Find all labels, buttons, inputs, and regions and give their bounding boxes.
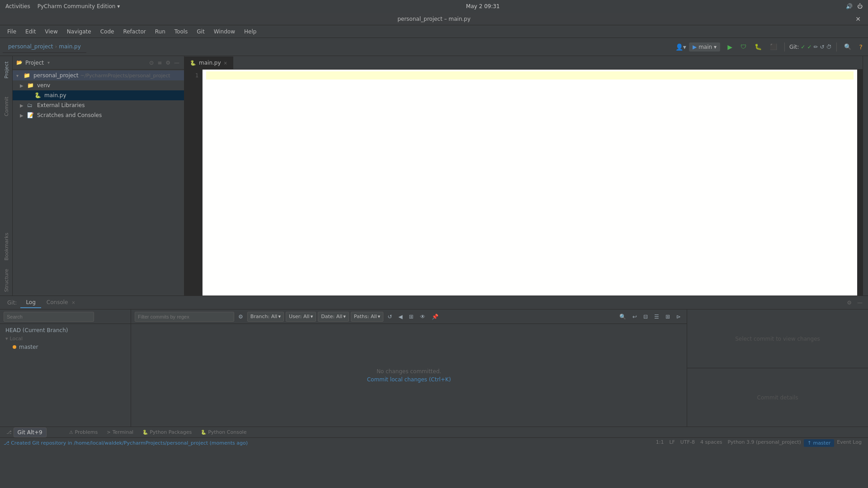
panel-minimize-btn[interactable]: — [855,299,864,307]
bottom-python-console-tab[interactable]: 🐍 Python Console [196,428,251,436]
panel-settings-btn[interactable]: ⚙ [845,299,854,307]
menu-file[interactable]: File [4,28,20,36]
tree-external-libs[interactable]: ▶ 🗂 External Libraries [13,100,184,110]
git-history-icon[interactable]: ⏱ [826,44,832,50]
volume-icon[interactable]: 🔊 [846,3,853,9]
git-branch-status[interactable]: ↑ master [804,439,835,447]
console-tab-close[interactable]: × [71,300,75,305]
menu-run[interactable]: Run [151,28,169,36]
project-dropdown-icon[interactable]: ▾ [47,60,50,65]
git-log-entries: No changes committed. Commit local chang… [131,324,687,427]
git-eye-btn[interactable]: 👁 [418,313,428,321]
git-filter-input[interactable] [135,312,234,322]
git-undo-icon[interactable]: ↩ [630,313,639,321]
extlibs-chevron-icon: ▶ [20,103,27,108]
commit-link[interactable]: Commit local changes (Ctrl+K) [367,376,451,383]
activities-label[interactable]: Activities [5,3,30,9]
sidebar-structure-button[interactable]: Structure [1,265,12,296]
encoding[interactable]: UTF-8 [678,439,698,447]
git-master-branch[interactable]: master [0,343,131,352]
tree-root[interactable]: ▾ 📁 personal_project ~/PycharmProjects/p… [13,70,184,80]
menu-git[interactable]: Git [193,28,208,36]
git-search-input[interactable] [4,312,94,322]
power-icon[interactable]: ⏻ [857,3,863,9]
git-paths-dropdown[interactable]: Paths: All ▾ [351,312,383,322]
git-console-tab[interactable]: Console × [41,297,81,308]
menu-navigate[interactable]: Navigate [63,28,95,36]
menu-view[interactable]: View [41,28,61,36]
git-refresh-btn[interactable]: ↺ [385,313,394,321]
tree-main-py[interactable]: 🐍 main.py [13,90,184,100]
git-refresh-icon[interactable]: ↺ [820,44,825,50]
run-button[interactable]: ▶ [725,42,735,52]
git-group-icon[interactable]: ⊞ [663,313,672,321]
git-left-toolbar [0,310,131,324]
git-search-log-icon[interactable]: 🔍 [617,313,628,321]
tree-scratches[interactable]: ▶ 📝 Scratches and Consoles [13,110,184,120]
toolbar-separator-2 [836,42,837,52]
python-interpreter[interactable]: Python 3.9 (personal_project) [725,439,803,447]
line-ending[interactable]: LF [666,439,677,447]
problems-icon: ⚠ [69,430,73,435]
status-bar-right: 1:1 LF UTF-8 4 spaces Python 3.9 (person… [653,439,864,447]
menu-edit[interactable]: Edit [22,28,39,36]
panel-close-icon[interactable]: — [173,59,180,67]
git-pin-btn[interactable]: 📌 [429,313,441,321]
git-commit-graph-icon[interactable]: ⊟ [641,313,650,321]
git-log-tab[interactable]: Log [20,297,41,308]
python-console-icon: 🐍 [201,430,206,435]
menu-help[interactable]: Help [241,28,260,36]
git-right-icons: 🔍 ↩ ⊟ ☰ ⊞ ⊳ [617,313,683,321]
stop-button[interactable]: ⬛ [767,42,780,52]
panel-header-icons: ⊙ ≡ ⚙ — [148,59,180,67]
git-user-dropdown[interactable]: User: All ▾ [286,312,316,322]
git-head-item[interactable]: HEAD (Current Branch) [0,326,131,335]
git-filter-settings-icon[interactable]: ⚙ [236,313,245,321]
commit-details-text: Commit details [757,394,798,401]
search-button[interactable]: 🔍 [841,42,854,52]
bottom-terminal-tab[interactable]: > Terminal [102,428,138,436]
menu-tools[interactable]: Tools [171,28,192,36]
tab-close-icon[interactable]: × [224,61,227,66]
panel-settings-icon[interactable]: ⚙ [165,59,171,67]
git-prev-btn[interactable]: ◀ [396,313,405,321]
tree-venv[interactable]: ▶ 📁 venv [13,80,184,90]
git-graph-btn[interactable]: ⊞ [406,313,415,321]
run-with-coverage-button[interactable]: 🛡 [738,42,749,52]
git-filter-icon[interactable]: ☰ [652,313,661,321]
bottom-python-packages-tab[interactable]: 🐍 Python Packages [138,428,196,436]
git-edit-icon[interactable]: ✏ [813,44,818,50]
git-date-dropdown[interactable]: Date: All ▾ [318,312,349,322]
breadcrumb-file[interactable]: main.py [59,43,81,50]
run-config-selector[interactable]: ▶ main ▾ [689,42,720,52]
terminal-label: Terminal [113,429,134,435]
branch-dropdown-label: Branch: All [250,314,278,319]
panel-collapse-icon[interactable]: ≡ [156,59,163,67]
debug-button[interactable]: 🐛 [752,42,764,52]
bottom-git-button[interactable]: ⎇ Git Alt+9 [2,427,51,438]
menu-refactor[interactable]: Refactor [119,28,149,36]
python-packages-label: Python Packages [150,429,192,435]
breadcrumb-project[interactable]: personal_project [8,43,53,50]
event-log-button[interactable]: Event Log [834,439,864,447]
sidebar-project-button[interactable]: Project [1,58,12,82]
close-button[interactable]: ✕ [855,15,861,23]
help-button[interactable]: ? [857,42,865,52]
sidebar-commit-button[interactable]: Commit [1,93,12,120]
editor-tab-main-py[interactable]: 🐍 main.py × [184,56,233,69]
menu-code[interactable]: Code [97,28,118,36]
bottom-problems-tab[interactable]: ⚠ Problems [65,428,103,436]
git-local-section[interactable]: ▾ Local [0,335,131,343]
git-expand-right-icon[interactable]: ⊳ [674,313,683,321]
app-name-label[interactable]: PyCharm Community Edition ▾ [38,3,120,9]
indent-type[interactable]: 4 spaces [698,439,725,447]
git-branch-dropdown[interactable]: Branch: All ▾ [247,312,284,322]
cursor-position[interactable]: 1:1 [653,439,667,447]
user-icon[interactable]: 👤▾ [675,43,686,51]
sidebar-bookmarks-button[interactable]: Bookmarks [1,229,12,264]
code-editor[interactable] [203,70,857,296]
panel-sync-icon[interactable]: ⊙ [148,59,155,67]
right-sidebar-strip [863,56,868,296]
scratches-label: Scratches and Consoles [37,112,102,118]
menu-window[interactable]: Window [210,28,239,36]
